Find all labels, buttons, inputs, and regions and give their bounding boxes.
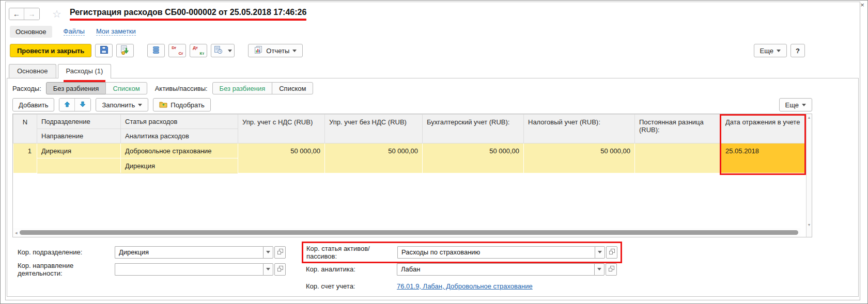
up-arrow-icon [64,101,70,109]
scroll-down-arrow-icon[interactable]: ▼ [808,223,811,227]
dtkt-postings-button[interactable]: Дт Кт [190,44,207,57]
help-button[interactable]: ? [791,44,805,57]
pick-folder-icon [159,101,167,109]
col-header-expense-item[interactable]: Статья расходов [121,115,238,129]
move-row-group [59,98,91,111]
correspondence-fields: Кор. подразделение: Кор. статья активов/… [18,244,812,295]
corr-division-dropdown-button[interactable] [263,246,273,259]
expenses-as-list-option[interactable]: Списком [105,82,147,94]
cell-expense-analytics[interactable]: Дирекция [121,158,238,173]
corr-asset-item-dropdown-button[interactable] [595,246,605,259]
corr-account-link[interactable]: 76.01.9, Лабан, Добровольное страхование [397,282,533,290]
post-document-icon [120,45,130,56]
open-icon [609,248,615,257]
corr-direction-combo [115,263,273,276]
save-button[interactable] [95,44,113,57]
section-link-main[interactable]: Основное [10,26,52,38]
document-structure-dropdown[interactable] [211,44,235,57]
cell-mgmt-with-vat[interactable]: 50 000,00 [238,143,325,173]
move-down-button[interactable] [75,99,90,111]
title-wrap: Регистрация расходов СБ00-000002 от 25.0… [70,8,306,21]
col-header-accounting[interactable]: Бухгалтерский учет (RUB): [423,115,524,143]
col-header-expense-analytics[interactable]: Аналитика расходов [121,129,238,143]
cell-division[interactable]: Дирекция [37,143,121,158]
horizontal-scrollbar-thumb[interactable] [20,230,798,235]
corr-direction-label: Кор. направление деятельности: [18,262,115,277]
post-and-close-button[interactable]: Провести и закрыть [10,44,91,57]
corr-analytics-input[interactable] [397,263,594,276]
expenses-table: N Подразделение Статья расходов Упр. уче… [13,114,806,173]
corr-analytics-open-button[interactable] [606,263,617,276]
corr-analytics-dropdown-button[interactable] [594,263,605,276]
move-up-button[interactable] [59,99,75,111]
cell-mgmt-without-vat[interactable]: 50 000,00 [325,143,423,173]
back-arrow-icon: ← [13,10,20,18]
col-header-division[interactable]: Подразделение [37,115,121,129]
horizontal-scrollbar[interactable]: ◂ [13,228,800,237]
fill-label: Заполнить [102,101,135,109]
col-header-reflection-date[interactable]: Дата отражения в учете [721,115,806,143]
cell-reflection-date[interactable]: 25.05.2018 [721,143,806,173]
cell-tax[interactable]: 50 000,00 [524,143,635,173]
cell-permanent-diff[interactable] [635,143,721,173]
col-header-n[interactable]: N [13,115,37,143]
register-records-button[interactable] [147,44,165,57]
cell-expense-item[interactable]: Добровольное страхование [121,143,238,158]
corr-asset-item-open-button[interactable] [606,246,617,259]
chevron-down-icon [266,268,270,270]
expenses-grid: N Подразделение Статья расходов Упр. уче… [12,114,812,237]
col-header-mgmt-without-vat[interactable]: Упр. учет без НДС (RUB) [325,115,423,143]
corr-direction-open-button[interactable] [274,263,286,276]
expenses-filter-group: Без разбиения Списком [46,82,147,94]
cell-n[interactable]: 1 [13,143,37,173]
col-header-direction[interactable]: Направление [37,129,121,143]
grid-main: N Подразделение Статья расходов Упр. уче… [13,114,806,237]
reports-label: Отчеты [266,47,289,55]
scroll-left-arrow-icon[interactable]: ◂ [15,230,18,235]
fill-dropdown[interactable]: Заполнить [96,98,148,111]
post-document-button[interactable] [116,44,134,57]
dtkt-icon: Дт Кт [193,45,204,56]
corr-division-open-button[interactable] [274,246,286,259]
col-header-tax[interactable]: Налоговый учет (RUB): [524,115,635,143]
back-button[interactable]: ← [9,8,24,20]
dropdown-caret-icon [292,50,297,52]
cell-direction[interactable] [37,158,121,173]
toolbar-more-dropdown[interactable]: Еще [754,44,787,57]
corr-direction-dropdown-button[interactable] [263,263,273,276]
vertical-scrollbar[interactable]: ▲ ▼ [806,114,812,237]
scroll-up-arrow-icon[interactable]: ▲ [808,116,811,119]
chevron-down-icon [597,268,601,270]
table-more-dropdown[interactable]: Еще [779,98,812,111]
corr-direction-input[interactable] [115,263,263,276]
section-link-files[interactable]: Файлы [64,27,85,36]
col-header-mgmt-with-vat[interactable]: Упр. учет с НДС (RUB) [238,115,325,143]
cell-accounting[interactable]: 50 000,00 [423,143,524,173]
forward-button[interactable]: → [24,8,39,20]
drcr-postings-button[interactable]: Dr Cr [168,44,186,57]
corr-analytics-field-group: Кор. аналитика: [302,263,617,276]
expenses-tab-panel: Расходы: Без разбиения Списком Активы/па… [7,78,859,297]
expenses-no-split-option[interactable]: Без разбиения [46,82,106,94]
corr-division-combo [115,246,273,259]
dropdown-caret-icon [138,104,142,106]
assets-as-list-option[interactable]: Списком [272,82,313,94]
assets-filter-label: Активы/пассивы: [155,85,208,92]
corr-analytics-label: Кор. аналитика: [306,265,397,273]
corr-asset-item-combo [397,246,605,259]
corr-division-input[interactable] [115,246,263,259]
pick-button[interactable]: Подобрать [153,98,210,111]
col-header-permanent-diff[interactable]: Постоянная разница (RUB): [635,115,721,143]
section-link-notes[interactable]: Мои заметки [96,27,136,36]
add-row-button[interactable]: Добавить [12,98,54,111]
corr-analytics-combo [397,263,605,276]
table-row: 1 Дирекция Добровольное страхование 50 0… [13,143,806,158]
favorite-star-icon[interactable]: ☆ [52,9,61,19]
tab-main[interactable]: Основное [9,64,56,78]
active-tab-red-underline [64,80,106,82]
assets-no-split-option[interactable]: Без разбиения [212,82,273,94]
reports-dropdown[interactable]: Отчеты [248,44,303,57]
corr-asset-item-label: Кор. статья активов/пассивов: [306,245,397,260]
corr-asset-item-input[interactable] [397,246,595,259]
tab-expenses[interactable]: Расходы (1) [58,64,112,78]
